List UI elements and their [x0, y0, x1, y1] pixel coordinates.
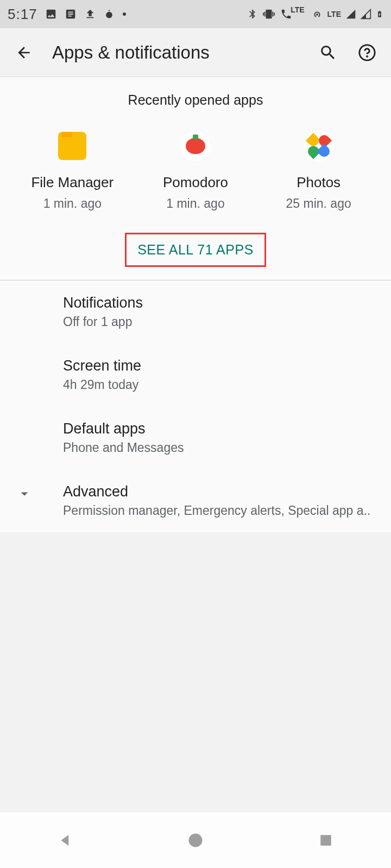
bluetooth-icon [247, 8, 258, 20]
see-all-apps-button[interactable]: SEE ALL 71 APPS [125, 233, 266, 267]
app-time-label: 1 min. ago [43, 196, 102, 211]
svg-point-1 [123, 12, 126, 16]
search-button[interactable] [315, 40, 341, 66]
recent-app-pomodoro[interactable]: Pomodoro 1 min. ago [141, 131, 250, 211]
settings-list: Notifications Off for 1 app Screen time … [0, 280, 391, 532]
lte-label: LTE [327, 10, 341, 18]
volte-icon: LTE [280, 8, 306, 20]
setting-default-apps[interactable]: Default apps Phone and Messages [0, 406, 391, 469]
app-name-label: Photos [297, 174, 340, 191]
setting-title: Advanced [63, 483, 378, 500]
app-bar: Apps & notifications [0, 28, 391, 77]
hotspot-icon [311, 8, 323, 20]
recent-section-header: Recently opened apps [0, 77, 391, 114]
app-icon [104, 9, 115, 20]
setting-screen-time[interactable]: Screen time 4h 29m today [0, 343, 391, 406]
nav-recent-button[interactable] [304, 827, 348, 854]
recent-app-file-manager[interactable]: File Manager 1 min. ago [18, 131, 127, 211]
upload-icon [84, 8, 96, 20]
nav-home-button[interactable] [174, 827, 217, 854]
setting-title: Screen time [63, 358, 378, 374]
status-time: 5:17 [8, 6, 37, 23]
svg-rect-5 [320, 835, 331, 846]
setting-subtitle: Permission manager, Emergency alerts, Sp… [63, 503, 378, 518]
svg-point-4 [189, 833, 203, 847]
content-area: Recently opened apps File Manager 1 min.… [0, 77, 391, 532]
svg-point-3 [367, 56, 367, 56]
file-manager-icon [57, 131, 87, 161]
signal-icon-1 [345, 9, 356, 20]
recent-app-photos[interactable]: Photos 25 min. ago [264, 131, 373, 211]
app-time-label: 25 min. ago [286, 196, 351, 211]
pomodoro-icon [180, 131, 211, 161]
setting-title: Default apps [63, 420, 378, 437]
recent-apps-row: File Manager 1 min. ago Pomodoro 1 min. … [0, 114, 391, 216]
page-title: Apps & notifications [52, 42, 315, 63]
chevron-down-icon [16, 486, 33, 504]
navigation-bar [0, 812, 391, 868]
nav-back-button[interactable] [43, 827, 87, 854]
setting-subtitle: 4h 29m today [63, 378, 378, 392]
setting-notifications[interactable]: Notifications Off for 1 app [0, 280, 391, 343]
setting-subtitle: Off for 1 app [63, 315, 378, 329]
battery-icon [376, 8, 383, 20]
svg-point-0 [106, 12, 112, 18]
dot-icon [122, 12, 127, 16]
setting-title: Notifications [63, 295, 378, 311]
app-name-label: File Manager [31, 174, 113, 191]
image-icon [45, 8, 57, 20]
vibrate-icon [262, 8, 275, 20]
photos-icon [304, 131, 334, 161]
app-time-label: 1 min. ago [166, 196, 224, 211]
setting-advanced[interactable]: Advanced Permission manager, Emergency a… [0, 469, 391, 532]
help-button[interactable] [354, 40, 380, 66]
status-bar: 5:17 LTE LTE [0, 0, 391, 28]
back-button[interactable] [11, 40, 37, 66]
notes-icon [65, 8, 77, 20]
setting-subtitle: Phone and Messages [63, 441, 378, 455]
app-name-label: Pomodoro [163, 174, 228, 191]
signal-icon-2 [361, 9, 371, 20]
